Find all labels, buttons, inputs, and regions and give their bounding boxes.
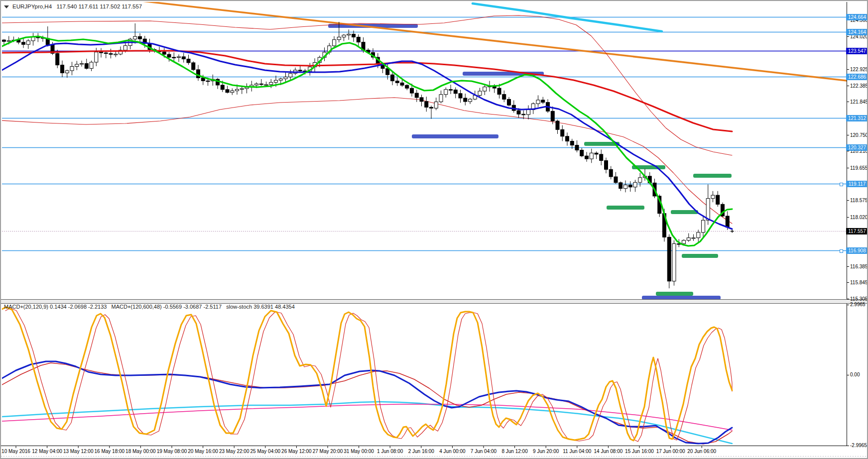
time-axis-label: 12 May 04:00 [32,449,62,454]
sr-price-badge[interactable]: 123.547 [846,48,868,54]
chevron-down-icon[interactable] [4,5,9,8]
green-zone-bar [671,210,698,214]
green-zone-bar [693,174,732,178]
sr-price-badge[interactable]: 124.664 [846,14,868,20]
symbol-ohlc-text: EURJPYpro,H4 117.540 117.611 117.502 117… [12,3,142,9]
time-axis-label: 15 Jun 16:00 [625,449,654,454]
sr-price-badge[interactable]: 116.908 [846,247,868,254]
sr-price-badge[interactable]: 124.164 [846,29,868,35]
time-axis-label: 1 Jun 08:00 [377,449,403,454]
price-axis-label: 120.750 [850,132,868,138]
time-axis-label: 18 May 00:00 [125,449,156,454]
indicator-axis-label: 2.9965 [850,302,866,307]
time-axis-label: 9 Jun 20:00 [533,449,559,454]
price-axis-label: 118.020 [850,215,868,220]
sr-price-badge[interactable]: 120.327 [846,144,868,151]
price-axis-label: 115.305 [850,296,868,302]
line-handle[interactable] [840,183,843,186]
sr-price-badge[interactable]: 122.686 [846,74,868,80]
price-axis-label: 115.845 [850,280,868,285]
time-axis-label: 10 May 2016 [1,449,30,454]
time-axis-label: 2 Jun 16:00 [408,449,434,454]
green-zone-bar [682,254,718,258]
price-axis-label: 116.385 [850,264,868,269]
sr-price-badge[interactable]: 121.312 [846,115,868,121]
time-axis-label: 19 May 08:00 [157,449,187,454]
green-zone-bar [656,292,693,296]
time-axis-label: 20 May 16:00 [188,449,218,454]
price-axis-label: 119.655 [850,165,868,171]
time-axis-label: 16 May 18:00 [94,449,124,454]
indicator-axis-label: -2.9965 [850,443,867,448]
price-axis-label: 118.575 [850,198,868,203]
current-price-badge: 117.557 [846,228,868,234]
green-zone-bar [607,206,644,210]
symbol-header[interactable]: EURJPYpro,H4 117.540 117.611 117.502 117… [4,3,142,9]
sr-price-badge[interactable]: 119.117 [846,181,868,187]
time-axis-label: 11 Jun 04:00 [563,449,591,454]
time-axis-label: 4 Jun 00:00 [439,449,465,454]
time-axis-label: 13 May 12:00 [63,449,94,454]
chart-canvas[interactable] [1,1,867,458]
time-axis-label: 23 May 22:00 [219,449,249,454]
time-axis-label: 20 Jun 06:00 [687,449,716,454]
time-axis-label: 17 Jun 00:00 [656,449,685,454]
time-axis-label: 26 May 12:00 [281,449,312,454]
time-axis-label: 27 May 20:00 [313,449,343,454]
time-axis-label: 14 Jun 08:00 [594,449,622,454]
price-axis-label: 122.385 [850,83,868,89]
time-axis-label: 25 May 04:00 [250,449,280,454]
candles [2,22,730,288]
price-axis-label: 122.925 [850,67,868,72]
indicator-axis-label: 0.00 [850,372,860,377]
indicator-values-label: MACD+(20,120,9) 0.1434 -2.0698 -2.2133 M… [4,304,295,310]
line-handle[interactable] [840,249,843,253]
time-axis-label: 31 May 00:00 [344,449,374,454]
time-axis-label: 8 Jun 12:00 [501,449,527,454]
price-axis-label: 121.845 [850,99,868,105]
blue-zone-bar [412,134,498,138]
pane-splitter[interactable] [1,299,867,304]
time-axis-label: 7 Jun 04:00 [471,449,496,454]
chart-window: EURJPYpro,H4 117.540 117.611 117.502 117… [0,0,868,459]
